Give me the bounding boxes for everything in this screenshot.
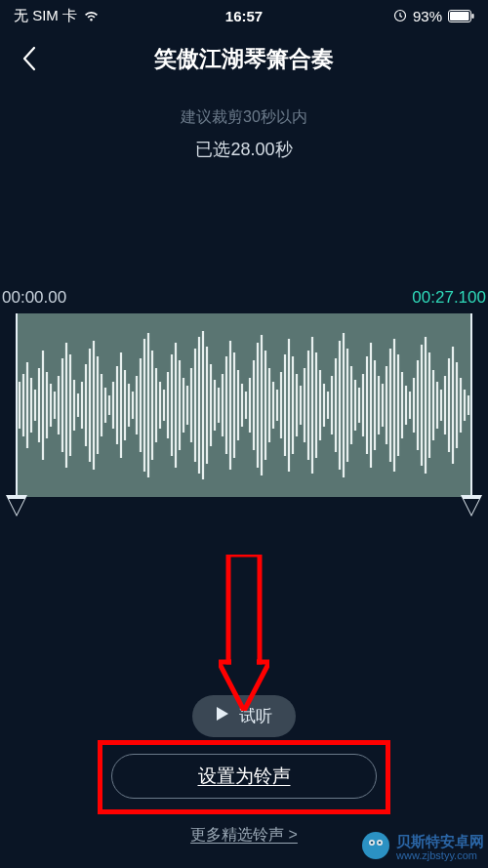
status-left: 无 SIM 卡 [14, 7, 100, 25]
trim-hint: 建议裁剪30秒以内 [0, 107, 488, 128]
waveform[interactable] [16, 313, 472, 497]
trim-handle-left[interactable] [16, 313, 18, 497]
watermark-name: 贝斯特安卓网 [396, 834, 484, 850]
svg-rect-3 [472, 14, 474, 19]
svg-point-125 [371, 842, 374, 845]
svg-rect-120 [228, 555, 260, 662]
trim-handle-right[interactable] [470, 313, 472, 497]
wifi-icon [83, 10, 100, 22]
svg-rect-2 [450, 12, 469, 21]
header: 笑傲江湖琴箫合奏 [0, 31, 488, 86]
annotation-highlight-box [98, 740, 390, 814]
orientation-lock-icon [393, 9, 407, 22]
more-ringtones-label: 更多精选铃声 > [190, 826, 298, 843]
waveform-area[interactable] [0, 313, 488, 526]
back-button[interactable] [16, 45, 43, 72]
time-end: 00:27.100 [412, 288, 486, 308]
status-right: 93% [393, 8, 474, 24]
svg-rect-121 [231, 656, 257, 668]
page-title: 笑傲江湖琴箫合奏 [154, 44, 334, 74]
status-time: 16:57 [225, 8, 263, 24]
watermark-logo-icon [361, 831, 390, 864]
svg-point-126 [379, 842, 382, 845]
waveform-svg [16, 313, 472, 497]
selected-duration: 已选28.00秒 [0, 138, 488, 161]
watermark: 贝斯特安卓网 www.zjbstyy.com [361, 831, 484, 864]
watermark-url: www.zjbstyy.com [396, 849, 477, 861]
sim-text: 无 SIM 卡 [14, 7, 77, 25]
battery-icon [448, 10, 474, 22]
battery-pct: 93% [413, 8, 442, 24]
svg-point-122 [362, 832, 389, 859]
more-ringtones-link[interactable]: 更多精选铃声 > [190, 825, 298, 846]
annotation-arrow-icon [219, 555, 269, 711]
trim-info: 建议裁剪30秒以内 已选28.00秒 [0, 107, 488, 161]
timeline-row: 00:00.00 00:27.100 [0, 288, 488, 308]
time-start: 00:00.00 [2, 288, 66, 308]
status-bar: 无 SIM 卡 16:57 93% [0, 0, 488, 31]
